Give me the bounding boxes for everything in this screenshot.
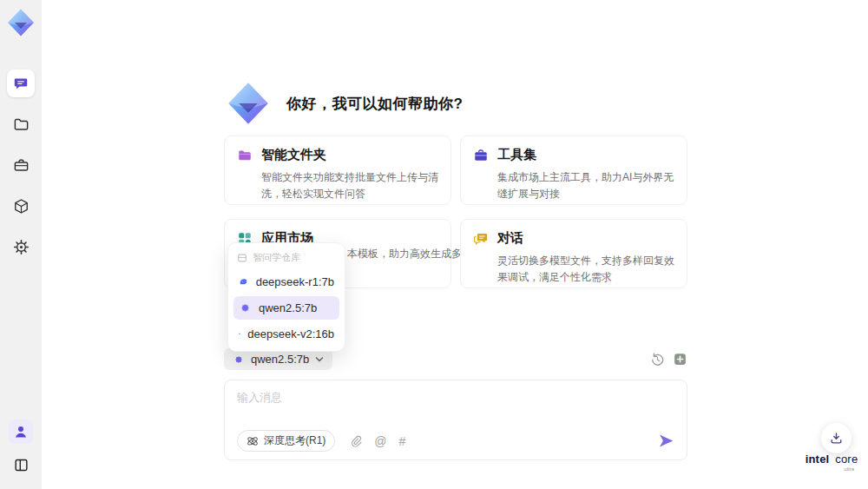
app-window: 你好，我可以如何帮助你? 智能文件夹 智能文件夹功能支持批量文件上传与清洗，轻松… xyxy=(0,0,868,489)
composer: 深度思考(R1) @ # xyxy=(224,380,687,460)
deepseek-whale-icon xyxy=(239,275,249,288)
card-description: 灵活切换多模型文件，支持多样回复效果调试，满足个性化需求 xyxy=(497,253,674,286)
model-dropdown: 智问学仓库 deepseek-r1:7b qwen2.5:7b deepseek… xyxy=(227,242,345,352)
download-fab[interactable] xyxy=(821,423,852,453)
card-toolset[interactable]: 工具集 集成市场上主流工具，助力AI与外界无缝扩展与对接 xyxy=(460,135,687,205)
composer-tools: @ # xyxy=(349,434,405,448)
card-smart-folder[interactable]: 智能文件夹 智能文件夹功能支持批量文件上传与清洗，轻松实现文件问答 xyxy=(224,135,451,205)
user-icon xyxy=(13,424,29,439)
paperclip-icon[interactable] xyxy=(349,434,362,447)
card-description: 智能文件夹功能支持批量文件上传与清洗，轻松实现文件问答 xyxy=(261,169,438,202)
history-icon xyxy=(650,352,665,367)
card-title: 智能文件夹 xyxy=(261,147,326,163)
greeting: 你好，我可以如何帮助你? xyxy=(226,81,463,126)
hash-icon[interactable]: # xyxy=(399,434,406,448)
model-option-deepseek-v2[interactable]: deepseek-v2:16b xyxy=(233,322,339,346)
panel-icon xyxy=(13,457,30,473)
sidebar-item-user[interactable] xyxy=(9,420,33,444)
core-wordmark: core xyxy=(835,453,858,466)
sidebar-item-files[interactable] xyxy=(7,110,35,138)
message-input[interactable] xyxy=(237,390,674,426)
app-logo-gem-icon xyxy=(226,81,271,126)
deep-think-toggle[interactable]: 深度思考(R1) xyxy=(237,430,335,452)
qwen-star-icon xyxy=(233,354,245,366)
intel-core-ultra-logo: intel core ultra xyxy=(804,453,859,472)
sidebar xyxy=(0,0,42,489)
at-sign-icon[interactable]: @ xyxy=(374,434,386,448)
sidebar-item-toolset[interactable] xyxy=(7,151,35,179)
gear-icon xyxy=(13,239,30,255)
model-dropdown-header: 智问学仓库 xyxy=(233,248,339,268)
chat-actions xyxy=(650,352,687,367)
intel-wordmark: intel xyxy=(806,453,830,466)
ultra-wordmark: ultra xyxy=(804,466,859,472)
model-option-deepseek-r1[interactable]: deepseek-r1:7b xyxy=(233,270,339,294)
briefcase-icon xyxy=(13,157,30,174)
model-option-label: qwen2.5:7b xyxy=(259,301,317,314)
sidebar-item-settings[interactable] xyxy=(7,233,35,261)
send-icon xyxy=(658,433,674,449)
new-chat-button[interactable] xyxy=(673,352,687,367)
download-icon xyxy=(829,431,844,446)
model-option-qwen[interactable]: qwen2.5:7b xyxy=(233,296,339,320)
folder-icon xyxy=(237,148,253,163)
card-description: 本模板，助力高效生成多 xyxy=(347,247,462,261)
card-conversation[interactable]: 对话 灵活切换多模型文件，支持多样回复效果调试，满足个性化需求 xyxy=(460,219,687,288)
card-description: 集成市场上主流工具，助力AI与外界无缝扩展与对接 xyxy=(497,169,674,202)
chat-icon xyxy=(13,76,29,91)
send-button[interactable] xyxy=(658,433,674,449)
model-option-label: deepseek-v2:16b xyxy=(247,327,334,340)
deep-think-label: 深度思考(R1) xyxy=(264,433,326,448)
chevron-down-icon xyxy=(315,356,324,363)
new-chat-plus-icon xyxy=(673,352,687,367)
sidebar-item-models[interactable] xyxy=(7,192,35,220)
atom-icon xyxy=(247,435,259,447)
greeting-title: 你好，我可以如何帮助你? xyxy=(286,94,463,114)
app-logo-gem-icon xyxy=(6,8,36,37)
model-option-label: deepseek-r1:7b xyxy=(256,275,334,288)
folder-icon xyxy=(13,116,30,133)
chat-bubbles-icon xyxy=(473,231,489,247)
composer-toolbar: 深度思考(R1) @ # xyxy=(237,430,674,452)
card-title: 对话 xyxy=(497,230,523,247)
card-title: 工具集 xyxy=(497,147,536,163)
repository-icon xyxy=(237,253,247,263)
deepseek-whale-icon xyxy=(239,327,240,340)
sidebar-item-chat[interactable] xyxy=(7,69,35,97)
history-button[interactable] xyxy=(650,352,665,367)
model-selector-label: qwen2.5:7b xyxy=(251,353,309,366)
sidebar-item-collapse[interactable] xyxy=(7,451,35,479)
briefcase-icon xyxy=(473,148,489,163)
qwen-star-icon xyxy=(239,301,252,314)
cube-icon xyxy=(13,198,30,215)
model-dropdown-header-label: 智问学仓库 xyxy=(253,251,300,264)
